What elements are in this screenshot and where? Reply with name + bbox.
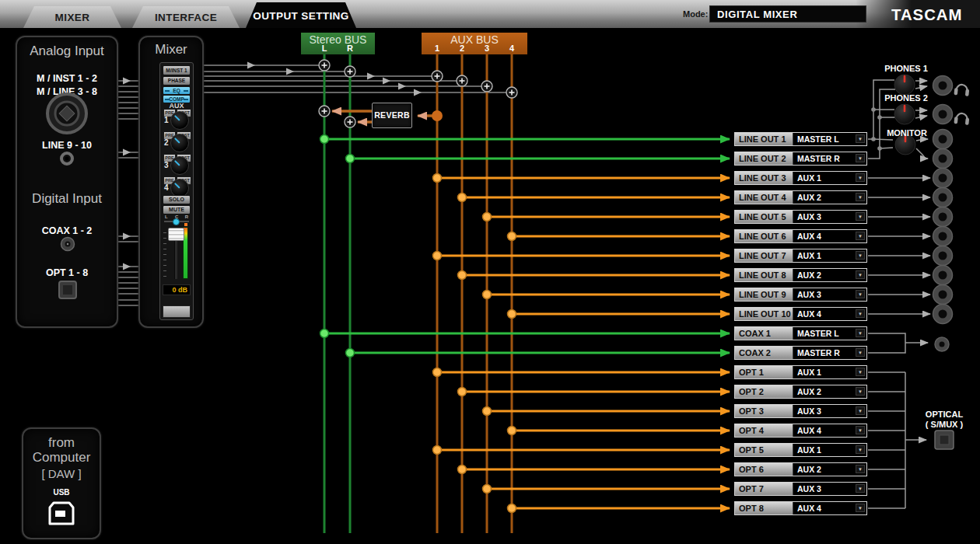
output-source-select[interactable]: MASTER L▼ xyxy=(793,327,866,340)
dropdown-caret-icon[interactable]: ▼ xyxy=(856,368,865,376)
mixer-channel-strip: M/INST 1 PHASE EQ COMP AUX PREPOST1PREPO… xyxy=(159,62,194,320)
dropdown-caret-icon[interactable]: ▼ xyxy=(856,309,865,318)
solo-button[interactable]: SOLO xyxy=(163,195,191,204)
phase-button[interactable]: PHASE xyxy=(163,76,191,85)
line-9-10-label: LINE 9 - 10 xyxy=(17,140,117,151)
eq-button[interactable]: EQ xyxy=(163,86,191,95)
output-source-select[interactable]: AUX 3▼ xyxy=(793,483,866,495)
smux-label: ( S/MUX ) xyxy=(918,420,971,430)
output-row-label: OPT 5 xyxy=(735,444,793,456)
output-row-label: LINE OUT 8 xyxy=(735,269,793,281)
dropdown-caret-icon[interactable]: ▼ xyxy=(856,251,865,260)
output-source-select[interactable]: AUX 2▼ xyxy=(793,385,866,398)
phones2-knob[interactable] xyxy=(894,104,915,124)
output-row-label: LINE OUT 10 xyxy=(735,308,793,320)
dropdown-caret-icon[interactable]: ▼ xyxy=(856,154,865,162)
output-row-label: LINE OUT 5 xyxy=(735,211,793,223)
mixer-bus-arrows xyxy=(247,62,422,96)
dropdown-caret-icon[interactable]: ▼ xyxy=(856,193,865,201)
aux-send-knob[interactable] xyxy=(170,111,189,130)
channel-select-button[interactable]: M/INST 1 xyxy=(163,65,191,75)
output-row: OPT 2AUX 2▼ xyxy=(734,385,867,399)
usb-label: USB xyxy=(23,488,100,497)
stereo-bus-l: L xyxy=(319,44,330,53)
aux-bus-2: 2 xyxy=(457,44,467,53)
dropdown-caret-icon[interactable]: ▼ xyxy=(856,232,865,240)
stereo-bus-title: Stereo BUS xyxy=(301,33,375,46)
output-row-label: OPT 6 xyxy=(735,463,793,476)
aux-send-number: 3 xyxy=(164,161,169,169)
dropdown-caret-icon[interactable]: ▼ xyxy=(856,212,865,221)
output-row-label: LINE OUT 1 xyxy=(735,133,793,145)
dropdown-caret-icon[interactable]: ▼ xyxy=(856,504,865,512)
fader-level-display: 0 dB xyxy=(163,284,191,295)
digital-input-title: Digital Input xyxy=(17,191,117,207)
stereo-bus-r: R xyxy=(345,44,355,53)
stereo-bus-header: Stereo BUS L R xyxy=(301,33,375,54)
coax-jack-icon xyxy=(60,236,75,255)
dropdown-caret-icon[interactable]: ▼ xyxy=(856,406,865,415)
output-source-select[interactable]: AUX 4▼ xyxy=(793,424,866,437)
optical-jack-icon xyxy=(58,280,78,303)
pan-label-r: R xyxy=(185,214,188,219)
aux-bus-3: 3 xyxy=(481,44,492,53)
dropdown-caret-icon[interactable]: ▼ xyxy=(856,426,865,434)
computer-label: Computer xyxy=(23,450,100,466)
mic-inst-label-1: M / INST 1 - 2 xyxy=(17,73,117,84)
dropdown-caret-icon[interactable]: ▼ xyxy=(856,134,865,143)
output-source-select[interactable]: AUX 3▼ xyxy=(793,288,866,301)
dropdown-caret-icon[interactable]: ▼ xyxy=(856,445,865,454)
output-row-label: OPT 3 xyxy=(735,405,793,417)
output-row-label: OPT 1 xyxy=(735,366,793,378)
mixer-panel: Mixer M/INST 1 PHASE EQ COMP AUX PREPOST… xyxy=(138,36,204,328)
output-row-label: LINE OUT 6 xyxy=(735,230,793,242)
aux-send-knob[interactable] xyxy=(170,134,189,152)
output-source-select[interactable]: AUX 4▼ xyxy=(793,308,866,320)
combo-jack-icon xyxy=(45,92,89,138)
headphones1-icon xyxy=(954,84,969,96)
output-source-select[interactable]: AUX 2▼ xyxy=(793,463,866,476)
output-source-select[interactable]: AUX 1▼ xyxy=(793,366,866,378)
output-row: LINE OUT 2MASTER R▼ xyxy=(734,152,867,166)
master-routes xyxy=(324,139,730,353)
aux-send-number: 2 xyxy=(164,138,169,147)
from-computer-panel: from Computer [ DAW ] USB xyxy=(22,427,101,539)
output-source-select[interactable]: MASTER R▼ xyxy=(793,347,866,359)
phones1-knob[interactable] xyxy=(894,75,915,95)
dropdown-caret-icon[interactable]: ▼ xyxy=(856,270,865,279)
output-row: LINE OUT 4AUX 2▼ xyxy=(734,190,867,204)
dropdown-caret-icon[interactable]: ▼ xyxy=(856,465,865,473)
aux-send-number: 4 xyxy=(164,183,169,192)
monitor-label: MONITOR xyxy=(880,128,933,138)
output-row: OPT 5AUX 1▼ xyxy=(734,443,867,457)
output-setting-screen: { "topbar": { "tabs": [ {"label": "MIXER… xyxy=(0,0,980,544)
fader-handle[interactable] xyxy=(168,228,184,241)
output-source-select[interactable]: AUX 1▼ xyxy=(793,249,866,262)
dropdown-caret-icon[interactable]: ▼ xyxy=(856,290,865,298)
output-source-select[interactable]: AUX 4▼ xyxy=(793,230,866,242)
output-source-select[interactable]: AUX 2▼ xyxy=(793,191,866,204)
dropdown-caret-icon[interactable]: ▼ xyxy=(856,173,865,182)
dropdown-caret-icon[interactable]: ▼ xyxy=(856,329,865,337)
output-source-select[interactable]: MASTER R▼ xyxy=(793,152,866,165)
output-source-select[interactable]: AUX 3▼ xyxy=(793,405,866,417)
output-row: OPT 6AUX 2▼ xyxy=(734,462,867,476)
output-jacks xyxy=(933,76,953,324)
from-label: from xyxy=(23,435,100,451)
analog-input-panel: Analog Input M / INST 1 - 2 M / LINE 3 -… xyxy=(16,36,118,328)
output-row: OPT 1AUX 1▼ xyxy=(734,365,867,379)
output-row-label: LINE OUT 4 xyxy=(735,191,793,204)
aux-send-knob[interactable] xyxy=(170,156,189,175)
mute-button[interactable]: MUTE xyxy=(163,205,191,214)
output-source-select[interactable]: AUX 3▼ xyxy=(793,211,866,223)
dropdown-caret-icon[interactable]: ▼ xyxy=(856,387,865,396)
coax-in-label: COAX 1 - 2 xyxy=(17,225,117,236)
dropdown-caret-icon[interactable]: ▼ xyxy=(856,348,865,357)
pan-thumb[interactable] xyxy=(173,218,180,225)
output-source-select[interactable]: AUX 4▼ xyxy=(793,502,866,514)
dropdown-caret-icon[interactable]: ▼ xyxy=(856,484,865,493)
output-source-select[interactable]: AUX 1▼ xyxy=(793,444,866,456)
output-source-select[interactable]: AUX 2▼ xyxy=(793,269,866,281)
output-source-select[interactable]: AUX 1▼ xyxy=(793,172,866,184)
output-source-select[interactable]: MASTER L▼ xyxy=(793,133,866,145)
